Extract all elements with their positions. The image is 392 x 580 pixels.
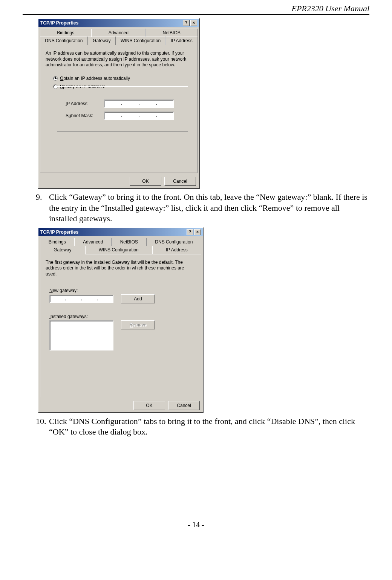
page-footer: - 14 -: [23, 520, 369, 529]
close-button[interactable]: ×: [190, 20, 197, 26]
ip-address-input[interactable]: ...: [104, 99, 174, 108]
help-button[interactable]: ?: [183, 20, 190, 26]
header-title: User Manual: [323, 4, 369, 13]
help-button-2[interactable]: ?: [187, 229, 193, 235]
tcpip-dialog-1: TCP/IP Properties ? × Bindings Advanced …: [38, 18, 200, 189]
tab-wins-configuration[interactable]: WINS Configuration: [116, 37, 166, 45]
dialog-2-info: The first gateway in the Installed Gatew…: [46, 260, 196, 277]
installed-gateways-list[interactable]: [49, 320, 113, 350]
cancel-button[interactable]: Cancel: [164, 177, 196, 186]
step-10-number: 10.: [36, 416, 49, 427]
titlebar-1: TCP/IP Properties ? ×: [38, 19, 199, 27]
installed-gateways-section: Installed gateways: Remove: [49, 314, 192, 350]
step-9-number: 9.: [36, 192, 49, 203]
add-button[interactable]: Add: [121, 294, 155, 303]
tab-dns-configuration-2[interactable]: DNS Configuration: [147, 238, 201, 246]
tabcontent-2: The first gateway in the Installed Gatew…: [40, 254, 201, 397]
radio-obtain[interactable]: [53, 76, 58, 81]
tab-wins-configuration-2[interactable]: WINS Configuration: [85, 246, 152, 254]
step-10: 10.Click “DNS Configuration” tabs to bri…: [36, 416, 369, 438]
tab-bindings-2[interactable]: Bindings: [40, 238, 74, 246]
remove-button[interactable]: Remove: [121, 320, 155, 329]
radio-obtain-label: Obtain an IP address automatically: [60, 76, 130, 81]
tab-netbios-2[interactable]: NetBIOS: [112, 238, 147, 246]
titlebar-2: TCP/IP Properties ? ×: [38, 228, 203, 236]
ok-button[interactable]: OK: [130, 177, 161, 186]
new-gateway-input[interactable]: ...: [49, 295, 113, 303]
tab-gateway-2[interactable]: Gateway: [40, 246, 85, 254]
tabcontent-1: An IP address can be automatically assig…: [40, 45, 198, 173]
ip-groupbox: IP Address: ... Subnet Mask: ...: [57, 86, 188, 132]
titlebar-2-buttons: ? ×: [187, 229, 201, 235]
tab-netbios[interactable]: NetBIOS: [145, 29, 198, 37]
close-button-2[interactable]: ×: [194, 229, 201, 235]
radio-obtain-row[interactable]: Obtain an IP address automatically: [53, 76, 192, 81]
tab-advanced[interactable]: Advanced: [91, 29, 145, 37]
tabstrip-2: Bindings Advanced NetBIOS DNS Configurat…: [38, 236, 203, 254]
subnet-mask-label: Subnet Mask:: [66, 113, 100, 118]
dialog-1-title: TCP/IP Properties: [40, 20, 78, 26]
step-10-text: Click “DNS Configuration” tabs to bring …: [49, 416, 355, 437]
titlebar-1-buttons: ? ×: [183, 20, 197, 26]
dialog-2-wrap: TCP/IP Properties ? × Bindings Advanced …: [38, 227, 369, 413]
tcpip-dialog-2: TCP/IP Properties ? × Bindings Advanced …: [38, 227, 204, 413]
tab-dns-configuration[interactable]: DNS Configuration: [40, 37, 88, 45]
page-header: EPR2320 User Manual: [23, 4, 369, 15]
subnet-mask-row: Subnet Mask: ...: [66, 112, 182, 120]
installed-gateways-label: Installed gateways:: [49, 314, 192, 319]
dialog-2-title: TCP/IP Properties: [40, 230, 78, 235]
ip-address-row: IP Address: ...: [66, 99, 182, 108]
ip-address-label: IP Address:: [66, 101, 100, 106]
dialog-1-info: An IP address can be automatically assig…: [46, 51, 192, 68]
new-gateway-section: New gateway: ... Add: [49, 288, 192, 303]
subnet-mask-input[interactable]: ...: [104, 112, 174, 120]
dialog-1-wrap: TCP/IP Properties ? × Bindings Advanced …: [38, 18, 369, 189]
step-9-text: Click “Gateway” to bring it to the front…: [49, 192, 368, 223]
header-model: EPR2320: [291, 4, 323, 13]
tab-advanced-2[interactable]: Advanced: [74, 238, 112, 246]
dialog-2-buttonrow: OK Cancel: [38, 399, 203, 412]
tab-bindings[interactable]: Bindings: [40, 29, 91, 37]
tabstrip-1: Bindings Advanced NetBIOS DNS Configurat…: [38, 27, 199, 45]
dialog-1-buttonrow: OK Cancel: [38, 174, 199, 188]
step-9: 9.Click “Gateway” to bring it to the fro…: [36, 192, 369, 224]
ok-button-2[interactable]: OK: [133, 401, 165, 410]
tab-gateway[interactable]: Gateway: [88, 37, 116, 45]
tab-ip-address-2[interactable]: IP Address: [152, 246, 201, 254]
tab-ip-address[interactable]: IP Address: [165, 37, 198, 45]
new-gateway-label: New gateway:: [49, 288, 192, 293]
cancel-button-2[interactable]: Cancel: [168, 401, 200, 410]
